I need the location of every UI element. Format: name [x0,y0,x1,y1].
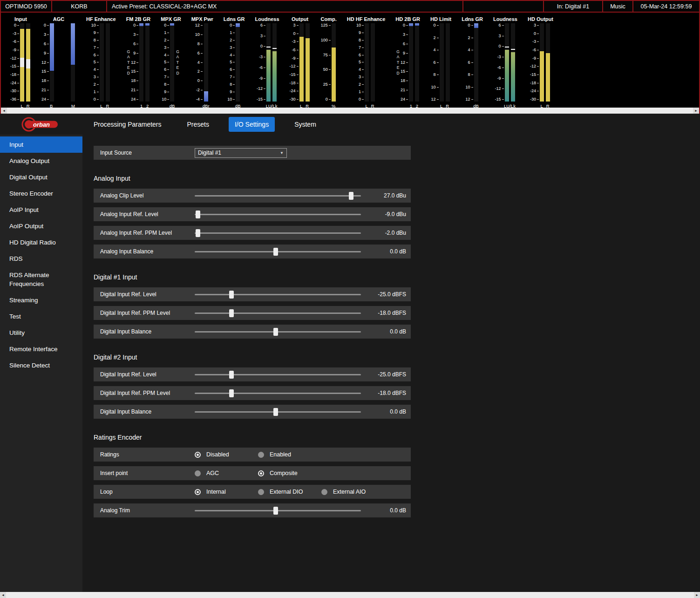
scale-tick: 0 [466,23,473,27]
scale-tick: 4 [466,48,473,52]
scale-tick: 3 [257,34,265,38]
param-label: Ratings [100,451,195,458]
radio-option-internal[interactable]: Internal [195,489,258,495]
slider-track[interactable] [195,214,361,215]
slider-track[interactable] [195,294,361,295]
analog-input-balance-slider[interactable] [195,245,361,258]
radio-option-enabled[interactable]: Enabled [258,451,321,458]
sidebar-item-rds-alternate-frequencies[interactable]: RDS Alternate Frequencies [0,267,82,292]
digital-input-ref-level-slider[interactable] [195,287,361,301]
radio-option-external-aio[interactable]: External AIO [321,489,385,495]
meter-scale: 012345678910 [227,23,235,102]
slider-track[interactable] [195,374,361,375]
scale-tick: 4 [91,68,99,72]
page-scrollbar[interactable]: ◄ ► [0,592,700,598]
sidebar-item-test[interactable]: Test [0,308,82,325]
digital-input-ref-ppm-level-slider[interactable] [195,386,361,400]
content-area: Input Source Digital #1 ▼ Analog InputAn… [82,135,700,592]
meter-bar-fill [50,23,54,71]
meter-group-loudness-7: Loudness630-3-6-9-12-15LU/Lk [255,16,279,109]
tab-i-o-settings[interactable]: I/O Settings [229,117,275,132]
input-source-select[interactable]: Digital #1 ▼ [195,148,287,158]
radio-option-composite[interactable]: Composite [258,470,321,476]
meter-scrollbar-track[interactable] [7,108,693,114]
slider-handle[interactable] [273,507,278,515]
slider-track[interactable] [195,313,361,314]
slider-track[interactable] [195,232,361,234]
radio-option-agc[interactable]: AGC [195,470,258,476]
sidebar-item-aoip-input[interactable]: AoIP Input [0,202,82,218]
param-row-loop: LoopInternalExternal DIOExternal AIO [94,485,411,499]
tab-system[interactable]: System [288,117,322,132]
sidebar-item-rds[interactable]: RDS [0,251,82,267]
radio-option-disabled[interactable]: Disabled [195,451,258,458]
slider-handle[interactable] [196,229,200,237]
digital-input-ref-level-slider[interactable] [195,367,361,381]
slider-handle[interactable] [273,408,278,416]
scroll-left-button[interactable]: ◄ [1,108,7,114]
digital-input-balance-slider[interactable] [195,325,361,339]
sidebar-item-utility[interactable]: Utility [0,325,82,341]
param-row-analog-input-ref-level: Analog Input Ref. Level-9.0 dBu [94,207,411,221]
nav-tabs: Processing ParametersPresetsI/O Settings… [88,117,336,132]
scale-tick: 100 [321,38,331,42]
sidebar-item-stereo-encoder[interactable]: Stereo Encoder [0,185,82,202]
page-scroll-left-button[interactable]: ◄ [0,592,6,598]
main-area: orban Processing ParametersPresetsI/O Se… [0,114,700,592]
tab-processing-parameters[interactable]: Processing Parameters [88,117,168,132]
sidebar-item-input[interactable]: Input [0,136,82,153]
scale-tick: 2 [466,36,473,40]
meter-bar-fill [272,51,277,102]
active-preset: Active Preset: CLASSICAL-2B+AGC MX [107,1,463,12]
scale-tick: 12 [431,97,439,102]
page-scroll-right-button[interactable]: ► [694,592,700,598]
meter-bar [266,23,271,102]
sidebar-item-silence-detect[interactable]: Silence Detect [0,357,82,374]
param-row-analog-input-balance: Analog Input Balance0.0 dB [94,245,411,258]
input-indicator: In: Digital #1 [544,1,603,12]
slider-track[interactable] [195,195,361,197]
slider-handle[interactable] [349,192,353,200]
scale-tick: 10 [466,85,473,89]
analog-input-ref-ppm-level-slider[interactable] [195,226,361,240]
radio-option-label: AGC [206,470,219,476]
meter-bar-fill [540,51,544,102]
sidebar-item-streaming[interactable]: Streaming [0,292,82,308]
meter-bar [365,23,369,102]
slider-handle[interactable] [273,328,278,336]
meter-bar-fill [299,37,304,102]
param-label: Digital Input Ref. PPM Level [100,310,195,316]
slider-handle[interactable] [273,248,278,256]
analog-trim-slider[interactable] [195,503,361,517]
param-row-insert-point: Insert pointAGCComposite [94,466,411,480]
slider-handle[interactable] [196,211,200,218]
analog-clip-level-slider[interactable] [195,189,361,203]
meter-scrollbar[interactable]: ◄ ► [1,108,699,114]
scroll-right-button[interactable]: ► [693,108,699,114]
digital-input-ref-ppm-level-slider[interactable] [195,306,361,320]
scale-tick: 0 [195,79,203,83]
tab-presets[interactable]: Presets [181,117,215,132]
digital-input-balance-slider[interactable] [195,405,361,419]
scale-tick: 0 [290,32,299,36]
sidebar-item-hd-digital-radio[interactable]: HD Digital Radio [0,234,82,251]
page-scrollbar-track[interactable] [6,592,694,598]
sidebar-item-aoip-output[interactable]: AoIP Output [0,218,82,234]
sidebar-item-analog-output[interactable]: Analog Output [0,153,82,169]
meter-bar [474,23,478,102]
scale-tick: -30 [290,97,299,102]
radio-icon [195,470,201,476]
radio-option-external-dio[interactable]: External DIO [258,489,321,495]
meter-group-hd-output-15: HD Output30-3-6-9-12-15-18-24-30LR [528,16,553,109]
slider-handle[interactable] [229,371,234,379]
meter-bar-fill [145,23,150,26]
slider-handle[interactable] [229,389,234,397]
scale-tick: -15 [257,97,265,102]
slider-track[interactable] [195,393,361,394]
sidebar-item-digital-output[interactable]: Digital Output [0,169,82,185]
analog-input-ref-level-slider[interactable] [195,207,361,221]
slider-handle[interactable] [229,291,234,299]
sidebar-item-remote-interface[interactable]: Remote Interface [0,341,82,357]
slider-handle[interactable] [229,309,234,317]
meter-group-hf-enhance-2: HF Enhance109876543210LR [86,16,116,109]
